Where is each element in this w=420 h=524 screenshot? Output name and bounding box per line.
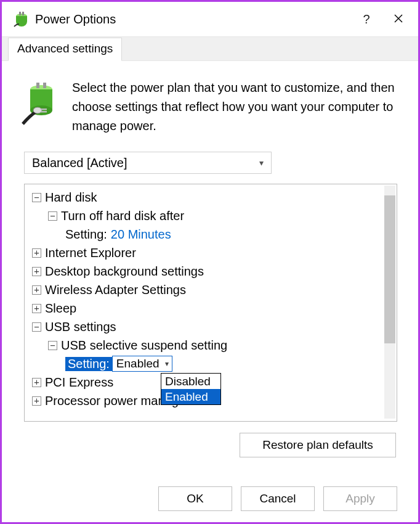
dialog-button-row: OK Cancel Apply [158, 486, 397, 511]
option-label: Disabled [165, 375, 211, 388]
power-plan-value: Balanced [Active] [32, 156, 127, 170]
button-label: Cancel [259, 492, 296, 506]
close-button[interactable] [382, 7, 414, 31]
tree-label: Internet Explorer [45, 246, 136, 260]
tab-advanced-settings[interactable]: Advanced settings [8, 38, 122, 61]
expand-icon[interactable]: + [32, 285, 41, 295]
tree-label: USB selective suspend setting [61, 338, 227, 353]
option-label: Enabled [165, 390, 208, 404]
tree-item-hard-disk[interactable]: − Hard disk [27, 188, 397, 207]
window-title: Power Options [35, 12, 116, 27]
usb-setting-dropdown[interactable]: Disabled Enabled [161, 373, 221, 405]
chevron-down-icon: ▾ [165, 359, 169, 368]
tree-label: Sleep [45, 301, 76, 316]
setting-label-selected: Setting: [65, 357, 112, 371]
svg-point-12 [33, 107, 42, 113]
expand-icon[interactable]: + [32, 248, 41, 258]
svg-rect-13 [41, 108, 47, 110]
svg-rect-3 [19, 12, 21, 15]
restore-defaults-button[interactable]: Restore plan defaults [240, 433, 396, 457]
button-label: OK [187, 492, 203, 506]
intro-text: Select the power plan that you want to c… [72, 78, 396, 136]
battery-plug-icon [24, 81, 59, 125]
titlebar: Power Options ? [2, 2, 418, 36]
svg-rect-11 [43, 83, 46, 88]
expand-icon[interactable]: + [32, 396, 41, 406]
settings-tree: − Hard disk − Turn off hard disk after S… [24, 184, 397, 422]
tree-item-desktop-bg[interactable]: + Desktop background settings [27, 262, 397, 280]
usb-setting-combo[interactable]: Enabled ▾ [112, 356, 172, 372]
power-options-icon [13, 10, 30, 28]
collapse-icon[interactable]: − [48, 341, 57, 350]
help-icon: ? [363, 12, 370, 27]
collapse-icon[interactable]: − [32, 193, 41, 202]
svg-rect-4 [22, 12, 24, 15]
help-button[interactable]: ? [350, 7, 382, 31]
dropdown-option-enabled[interactable]: Enabled [161, 389, 220, 404]
tree-label: USB settings [45, 320, 116, 334]
tree-item-sleep[interactable]: + Sleep [27, 299, 397, 317]
cancel-button[interactable]: Cancel [241, 486, 315, 511]
button-label: Apply [345, 492, 375, 506]
collapse-icon[interactable]: − [48, 211, 57, 221]
apply-button[interactable]: Apply [323, 486, 397, 511]
close-icon [394, 12, 403, 27]
collapse-icon[interactable]: − [32, 322, 41, 332]
window-frame: Power Options ? Advanced settings [0, 0, 420, 524]
tree-item-wireless[interactable]: + Wireless Adapter Settings [27, 280, 397, 299]
tree-item-usb[interactable]: − USB settings [27, 317, 397, 336]
expand-icon[interactable]: + [32, 378, 41, 387]
tab-label: Advanced settings [17, 42, 113, 55]
chevron-down-icon: ▾ [259, 158, 264, 168]
tree-label: Hard disk [45, 190, 97, 205]
expand-icon[interactable]: + [32, 304, 41, 313]
tree-label: Wireless Adapter Settings [45, 283, 186, 297]
tree-item-hd-setting[interactable]: Setting: 20 Minutes [27, 225, 397, 244]
restore-row: Restore plan defaults [24, 433, 396, 457]
svg-rect-2 [16, 16, 27, 22]
setting-label: Setting: [65, 227, 107, 242]
tree-label: Turn off hard disk after [61, 209, 184, 223]
power-plan-select[interactable]: Balanced [Active] ▾ [24, 152, 272, 174]
tree-item-usb-suspend[interactable]: − USB selective suspend setting [27, 336, 397, 354]
svg-rect-10 [36, 83, 39, 88]
tree-label: Desktop background settings [45, 264, 204, 279]
tree-item-ie[interactable]: + Internet Explorer [27, 244, 397, 262]
combo-value: Enabled [116, 357, 160, 370]
setting-value[interactable]: 20 Minutes [111, 227, 171, 242]
button-label: Restore plan defaults [262, 438, 373, 452]
tab-strip: Advanced settings [2, 36, 418, 61]
intro-row: Select the power plan that you want to c… [24, 78, 396, 136]
tree-item-turn-off-hd[interactable]: − Turn off hard disk after [27, 207, 397, 225]
content-area: Select the power plan that you want to c… [2, 61, 418, 457]
scrollbar-thumb[interactable] [384, 195, 395, 343]
tree-label: PCI Express [45, 375, 113, 390]
svg-rect-14 [41, 111, 47, 113]
dropdown-option-disabled[interactable]: Disabled [161, 374, 220, 389]
ok-button[interactable]: OK [158, 486, 232, 511]
tree-item-usb-setting[interactable]: Setting: Enabled ▾ [27, 354, 397, 373]
expand-icon[interactable]: + [32, 267, 41, 276]
